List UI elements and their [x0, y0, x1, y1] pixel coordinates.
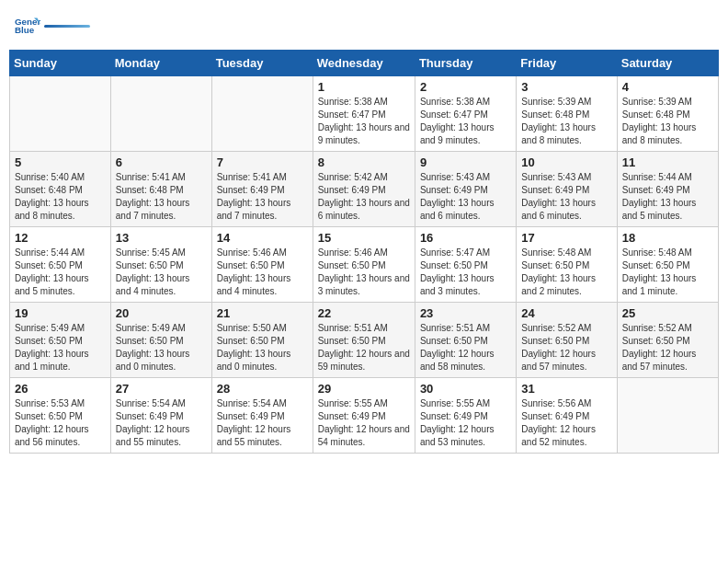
column-header-sunday: Sunday: [10, 51, 111, 76]
calendar-day-cell: 19Sunrise: 5:49 AM Sunset: 6:50 PM Dayli…: [10, 303, 111, 378]
calendar-day-cell: 9Sunrise: 5:43 AM Sunset: 6:49 PM Daylig…: [415, 152, 516, 227]
day-info: Sunrise: 5:42 AM Sunset: 6:49 PM Dayligh…: [318, 171, 410, 223]
day-info: Sunrise: 5:48 AM Sunset: 6:50 PM Dayligh…: [521, 247, 611, 298]
day-info: Sunrise: 5:56 AM Sunset: 6:49 PM Dayligh…: [521, 397, 611, 449]
page-header: General Blue: [9, 9, 719, 42]
day-info: Sunrise: 5:46 AM Sunset: 6:50 PM Dayligh…: [217, 247, 308, 298]
day-info: Sunrise: 5:50 AM Sunset: 6:50 PM Dayligh…: [217, 322, 308, 373]
day-number: 8: [318, 155, 410, 169]
day-info: Sunrise: 5:52 AM Sunset: 6:50 PM Dayligh…: [622, 322, 713, 373]
day-info: Sunrise: 5:44 AM Sunset: 6:50 PM Dayligh…: [15, 247, 106, 298]
day-info: Sunrise: 5:53 AM Sunset: 6:50 PM Dayligh…: [15, 397, 106, 449]
day-info: Sunrise: 5:51 AM Sunset: 6:50 PM Dayligh…: [420, 322, 511, 373]
day-info: Sunrise: 5:47 AM Sunset: 6:50 PM Dayligh…: [420, 247, 511, 298]
day-number: 25: [622, 306, 713, 320]
day-number: 7: [217, 155, 308, 169]
calendar-day-cell: 2Sunrise: 5:38 AM Sunset: 6:47 PM Daylig…: [415, 76, 516, 152]
day-number: 9: [420, 155, 511, 169]
calendar-day-cell: 16Sunrise: 5:47 AM Sunset: 6:50 PM Dayli…: [415, 227, 516, 303]
calendar-day-cell: 20Sunrise: 5:49 AM Sunset: 6:50 PM Dayli…: [110, 303, 211, 378]
day-number: 28: [217, 382, 308, 396]
day-number: 6: [116, 155, 207, 169]
day-info: Sunrise: 5:38 AM Sunset: 6:47 PM Dayligh…: [420, 96, 511, 147]
day-info: Sunrise: 5:48 AM Sunset: 6:50 PM Dayligh…: [622, 247, 713, 298]
calendar-day-cell: [10, 76, 111, 152]
column-header-wednesday: Wednesday: [313, 51, 415, 76]
day-info: Sunrise: 5:41 AM Sunset: 6:48 PM Dayligh…: [116, 171, 207, 223]
calendar-day-cell: 15Sunrise: 5:46 AM Sunset: 6:50 PM Dayli…: [313, 227, 415, 303]
day-number: 2: [420, 80, 511, 94]
day-info: Sunrise: 5:43 AM Sunset: 6:49 PM Dayligh…: [420, 171, 511, 223]
calendar-day-cell: 25Sunrise: 5:52 AM Sunset: 6:50 PM Dayli…: [617, 303, 718, 378]
calendar-day-cell: 7Sunrise: 5:41 AM Sunset: 6:49 PM Daylig…: [211, 152, 313, 227]
day-number: 21: [217, 306, 308, 320]
day-number: 10: [521, 155, 611, 169]
day-number: 13: [116, 231, 207, 245]
calendar-day-cell: 21Sunrise: 5:50 AM Sunset: 6:50 PM Dayli…: [211, 303, 313, 378]
column-header-friday: Friday: [517, 51, 617, 76]
day-number: 26: [15, 382, 106, 396]
day-number: 29: [318, 382, 410, 396]
day-number: 1: [318, 80, 410, 94]
day-info: Sunrise: 5:44 AM Sunset: 6:49 PM Dayligh…: [622, 171, 713, 223]
day-info: Sunrise: 5:41 AM Sunset: 6:49 PM Dayligh…: [217, 171, 308, 223]
day-number: 23: [420, 306, 511, 320]
day-number: 20: [116, 306, 207, 320]
day-info: Sunrise: 5:46 AM Sunset: 6:50 PM Dayligh…: [318, 247, 410, 298]
calendar-day-cell: 27Sunrise: 5:54 AM Sunset: 6:49 PM Dayli…: [110, 378, 211, 454]
svg-text:Blue: Blue: [15, 25, 35, 35]
calendar-day-cell: 6Sunrise: 5:41 AM Sunset: 6:48 PM Daylig…: [110, 152, 211, 227]
day-info: Sunrise: 5:54 AM Sunset: 6:49 PM Dayligh…: [217, 397, 308, 449]
day-number: 11: [622, 155, 713, 169]
calendar-day-cell: 22Sunrise: 5:51 AM Sunset: 6:50 PM Dayli…: [313, 303, 415, 378]
calendar-day-cell: 28Sunrise: 5:54 AM Sunset: 6:49 PM Dayli…: [211, 378, 313, 454]
day-number: 24: [521, 306, 611, 320]
column-header-saturday: Saturday: [617, 51, 718, 76]
day-number: 31: [521, 382, 611, 396]
calendar-day-cell: 12Sunrise: 5:44 AM Sunset: 6:50 PM Dayli…: [10, 227, 111, 303]
column-header-thursday: Thursday: [415, 51, 516, 76]
day-number: 30: [420, 382, 511, 396]
calendar-day-cell: 30Sunrise: 5:55 AM Sunset: 6:49 PM Dayli…: [415, 378, 516, 454]
day-number: 19: [15, 306, 106, 320]
calendar-day-cell: [211, 76, 313, 152]
day-number: 27: [116, 382, 207, 396]
calendar-day-cell: 18Sunrise: 5:48 AM Sunset: 6:50 PM Dayli…: [617, 227, 718, 303]
calendar-day-cell: 23Sunrise: 5:51 AM Sunset: 6:50 PM Dayli…: [415, 303, 516, 378]
column-header-tuesday: Tuesday: [211, 51, 313, 76]
day-number: 4: [622, 80, 713, 94]
day-number: 12: [15, 231, 106, 245]
calendar-day-cell: 26Sunrise: 5:53 AM Sunset: 6:50 PM Dayli…: [10, 378, 111, 454]
calendar-week-row: 1Sunrise: 5:38 AM Sunset: 6:47 PM Daylig…: [10, 76, 719, 152]
calendar-week-row: 26Sunrise: 5:53 AM Sunset: 6:50 PM Dayli…: [10, 378, 719, 454]
column-header-monday: Monday: [110, 51, 211, 76]
calendar-week-row: 12Sunrise: 5:44 AM Sunset: 6:50 PM Dayli…: [10, 227, 719, 303]
calendar-day-cell: 1Sunrise: 5:38 AM Sunset: 6:47 PM Daylig…: [313, 76, 415, 152]
day-number: 17: [521, 231, 611, 245]
day-number: 18: [622, 231, 713, 245]
day-number: 16: [420, 231, 511, 245]
day-info: Sunrise: 5:43 AM Sunset: 6:49 PM Dayligh…: [521, 171, 611, 223]
calendar-day-cell: 14Sunrise: 5:46 AM Sunset: 6:50 PM Dayli…: [211, 227, 313, 303]
calendar-day-cell: 17Sunrise: 5:48 AM Sunset: 6:50 PM Dayli…: [517, 227, 617, 303]
day-info: Sunrise: 5:45 AM Sunset: 6:50 PM Dayligh…: [116, 247, 207, 298]
day-number: 15: [318, 231, 410, 245]
calendar-day-cell: 24Sunrise: 5:52 AM Sunset: 6:50 PM Dayli…: [517, 303, 617, 378]
calendar-day-cell: [110, 76, 211, 152]
logo: General Blue: [15, 13, 90, 39]
day-number: 22: [318, 306, 410, 320]
calendar-week-row: 19Sunrise: 5:49 AM Sunset: 6:50 PM Dayli…: [10, 303, 719, 378]
day-info: Sunrise: 5:38 AM Sunset: 6:47 PM Dayligh…: [318, 96, 410, 147]
calendar-day-cell: 5Sunrise: 5:40 AM Sunset: 6:48 PM Daylig…: [10, 152, 111, 227]
calendar-header-row: SundayMondayTuesdayWednesdayThursdayFrid…: [10, 51, 719, 76]
calendar-day-cell: 29Sunrise: 5:55 AM Sunset: 6:49 PM Dayli…: [313, 378, 415, 454]
day-info: Sunrise: 5:55 AM Sunset: 6:49 PM Dayligh…: [318, 397, 410, 449]
calendar-table: SundayMondayTuesdayWednesdayThursdayFrid…: [9, 50, 719, 454]
calendar-day-cell: 8Sunrise: 5:42 AM Sunset: 6:49 PM Daylig…: [313, 152, 415, 227]
day-info: Sunrise: 5:52 AM Sunset: 6:50 PM Dayligh…: [521, 322, 611, 373]
day-number: 5: [15, 155, 106, 169]
calendar-day-cell: 4Sunrise: 5:39 AM Sunset: 6:48 PM Daylig…: [617, 76, 718, 152]
calendar-week-row: 5Sunrise: 5:40 AM Sunset: 6:48 PM Daylig…: [10, 152, 719, 227]
day-info: Sunrise: 5:55 AM Sunset: 6:49 PM Dayligh…: [420, 397, 511, 449]
calendar-day-cell: 13Sunrise: 5:45 AM Sunset: 6:50 PM Dayli…: [110, 227, 211, 303]
